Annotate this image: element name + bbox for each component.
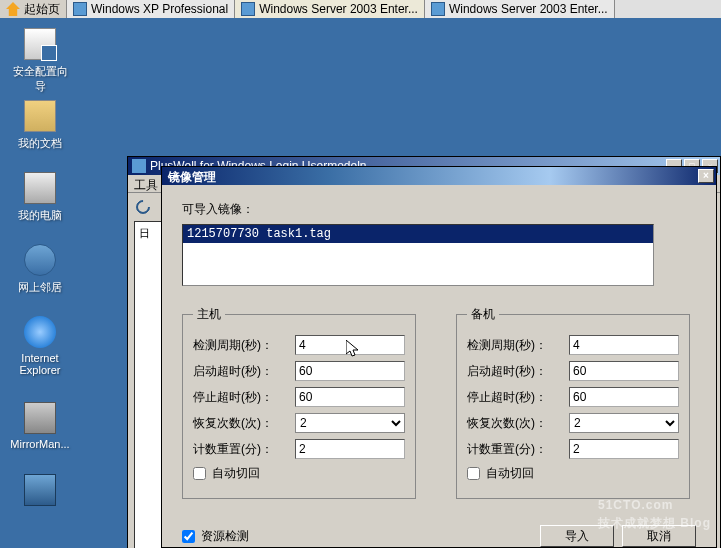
desktop-icon-app[interactable]	[8, 474, 72, 510]
home-label: 起始页	[24, 1, 60, 18]
autoswitch-label: 自动切回	[212, 465, 314, 482]
menu-tools[interactable]: 工具	[134, 178, 158, 192]
importable-label: 可导入镜像：	[182, 201, 696, 218]
documents-icon	[24, 100, 56, 132]
primary-group: 主机 检测周期(秒)： 启动超时(秒)： 停止超时(秒)： 恢复次数(次)：2 …	[182, 306, 416, 499]
dialog-title-bar[interactable]: 镜像管理 ×	[162, 167, 716, 185]
icon-label: 安全配置向导	[8, 64, 72, 94]
list-item[interactable]: 1215707730 task1.tag	[183, 225, 653, 243]
stop-label: 停止超时(秒)：	[193, 389, 295, 406]
icon-label: MirrorMan...	[8, 438, 72, 450]
dialog-body: 可导入镜像： 1215707730 task1.tag 主机 检测周期(秒)： …	[162, 185, 716, 515]
vm-tab-label: Windows Server 2003 Enter...	[259, 2, 418, 16]
vm-icon	[73, 2, 87, 16]
dialog-title: 镜像管理	[168, 170, 216, 184]
backup-group: 备机 检测周期(秒)： 启动超时(秒)： 停止超时(秒)： 恢复次数(次)：2 …	[456, 306, 690, 499]
stop-label: 停止超时(秒)：	[467, 389, 569, 406]
reset-label: 计数重置(分)：	[193, 441, 295, 458]
desktop-icon-wizard[interactable]: 安全配置向导	[8, 28, 72, 94]
home-tab[interactable]: 起始页	[0, 0, 67, 18]
computer-icon	[24, 172, 56, 204]
primary-stop-input[interactable]	[295, 387, 405, 407]
vm-tab-0[interactable]: Windows XP Professional	[67, 0, 235, 18]
desktop-icon-documents[interactable]: 我的文档	[8, 100, 72, 151]
primary-autoswitch-checkbox[interactable]	[193, 467, 206, 480]
primary-detect-input[interactable]	[295, 335, 405, 355]
start-label: 启动超时(秒)：	[193, 363, 295, 380]
desktop-icon-network[interactable]: 网上邻居	[8, 244, 72, 295]
desktop-icon-computer[interactable]: 我的电脑	[8, 172, 72, 223]
autoswitch-label: 自动切回	[486, 465, 588, 482]
vm-tab-1[interactable]: Windows Server 2003 Enter...	[235, 0, 425, 18]
backup-stop-input[interactable]	[569, 387, 679, 407]
desktop-icon-mirror[interactable]: MirrorMan...	[8, 402, 72, 450]
backup-detect-input[interactable]	[569, 335, 679, 355]
vm-tab-2[interactable]: Windows Server 2003 Enter...	[425, 0, 615, 18]
primary-legend: 主机	[193, 306, 225, 323]
ie-icon	[24, 316, 56, 348]
network-icon	[24, 244, 56, 276]
vm-icon	[241, 2, 255, 16]
primary-start-input[interactable]	[295, 361, 405, 381]
app-icon	[24, 474, 56, 506]
icon-label: Internet Explorer	[8, 352, 72, 376]
detect-label: 检测周期(秒)：	[193, 337, 295, 354]
app-icon	[132, 159, 146, 173]
dialog-close-button[interactable]: ×	[698, 169, 714, 183]
taskbar: 起始页 Windows XP Professional Windows Serv…	[0, 0, 721, 18]
watermark-main: 51CTO.com	[598, 498, 673, 512]
backup-autoswitch-checkbox[interactable]	[467, 467, 480, 480]
recover-label: 恢复次数(次)：	[193, 415, 295, 432]
vm-tab-label: Windows XP Professional	[91, 2, 228, 16]
refresh-button[interactable]	[132, 196, 154, 218]
desktop-icon-ie[interactable]: Internet Explorer	[8, 316, 72, 376]
resource-check-checkbox[interactable]	[182, 530, 195, 543]
watermark: 51CTO.com 技术成就梦想 Blog	[598, 489, 711, 532]
recover-label: 恢复次数(次)：	[467, 415, 569, 432]
detect-label: 检测周期(秒)：	[467, 337, 569, 354]
vm-icon	[431, 2, 445, 16]
wizard-icon	[24, 28, 56, 60]
import-listbox[interactable]: 1215707730 task1.tag	[182, 224, 654, 286]
backup-recover-select[interactable]: 2	[569, 413, 679, 433]
icon-label: 我的电脑	[8, 208, 72, 223]
reset-label: 计数重置(分)：	[467, 441, 569, 458]
backup-reset-input[interactable]	[569, 439, 679, 459]
backup-legend: 备机	[467, 306, 499, 323]
refresh-icon	[133, 197, 153, 217]
resource-check-label: 资源检测	[201, 528, 249, 545]
mirror-icon	[24, 402, 56, 434]
backup-start-input[interactable]	[569, 361, 679, 381]
primary-reset-input[interactable]	[295, 439, 405, 459]
start-label: 启动超时(秒)：	[467, 363, 569, 380]
watermark-sub: 技术成就梦想 Blog	[598, 515, 711, 532]
icon-label: 我的文档	[8, 136, 72, 151]
icon-label: 网上邻居	[8, 280, 72, 295]
vm-tab-label: Windows Server 2003 Enter...	[449, 2, 608, 16]
primary-recover-select[interactable]: 2	[295, 413, 405, 433]
home-icon	[6, 2, 20, 16]
